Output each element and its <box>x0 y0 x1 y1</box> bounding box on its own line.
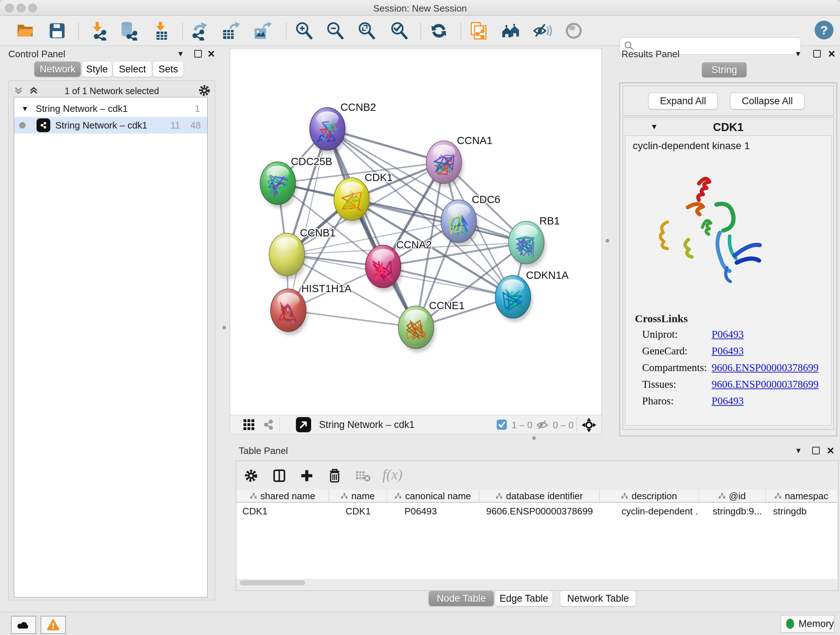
table-cell[interactable]: CDK1 <box>237 503 329 517</box>
hidden-eye-icon[interactable] <box>536 420 548 432</box>
hide-selected-eye-icon[interactable] <box>532 21 553 41</box>
maximize-panel-icon[interactable] <box>813 50 821 57</box>
network-edge[interactable] <box>327 129 416 327</box>
horizontal-scrollbar[interactable] <box>240 580 305 585</box>
tab-network-table[interactable]: Network Table <box>561 591 636 606</box>
network-node-CDC6[interactable] <box>441 200 477 242</box>
table-cell[interactable]: 9606.ENSP00000378699 <box>479 503 600 517</box>
network-node-CDC25B[interactable] <box>260 162 295 204</box>
tab-node-table[interactable]: Node Table <box>429 591 494 606</box>
close-panel-icon[interactable]: ✕ <box>207 49 215 60</box>
node-label: CCNE1 <box>429 300 464 311</box>
tab-style[interactable]: Style <box>82 62 112 77</box>
select-columns-icon[interactable] <box>272 469 286 484</box>
column-header[interactable]: description <box>600 490 699 502</box>
import-network-file-icon[interactable] <box>88 21 108 41</box>
save-session-icon[interactable] <box>47 21 67 41</box>
column-header[interactable]: database identifier <box>479 490 600 502</box>
network-name: String Network – cdk1 <box>55 120 147 131</box>
column-header[interactable]: canonical name <box>387 490 479 502</box>
network-node-CCNA1[interactable] <box>426 141 462 184</box>
network-node-RB1[interactable] <box>508 221 544 264</box>
fit-content-crosshair-icon[interactable] <box>582 418 596 434</box>
toolbar-separator <box>78 23 79 39</box>
add-column-icon[interactable] <box>300 469 314 484</box>
network-node-CCNE1[interactable] <box>398 306 434 348</box>
export-image-icon[interactable] <box>252 21 272 41</box>
network-collection-row[interactable]: ▼ String Network – cdk1 1 <box>14 100 207 117</box>
zoom-fit-icon[interactable] <box>356 21 377 41</box>
zoom-in-icon[interactable] <box>294 21 314 41</box>
gear-icon[interactable] <box>244 469 258 484</box>
import-table-file-icon[interactable] <box>151 21 172 41</box>
network-node-CCNB1[interactable] <box>269 233 305 276</box>
float-panel-icon[interactable]: ▾ <box>796 446 801 455</box>
crosslink-link[interactable]: 9606.ENSP00000378699 <box>712 378 819 395</box>
crosslink-link[interactable]: 9606.ENSP00000378699 <box>712 362 819 378</box>
vertical-splitter-grip[interactable] <box>606 239 609 242</box>
tab-select[interactable]: Select <box>113 62 152 77</box>
table-cell[interactable]: cyclin-dependent ... <box>600 503 699 517</box>
birds-eye-view-icon[interactable] <box>296 417 311 432</box>
tab-edge-table[interactable]: Edge Table <box>495 591 553 606</box>
column-header[interactable]: shared name <box>237 490 329 502</box>
gene-name: CDK1 <box>623 121 834 134</box>
network-node-HIST1H1A[interactable] <box>271 289 306 332</box>
network-edge[interactable] <box>352 199 526 242</box>
automation-cloud-button[interactable] <box>11 616 36 634</box>
export-network-icon[interactable] <box>189 21 210 41</box>
import-network-database-icon[interactable] <box>118 21 139 41</box>
memory-button[interactable]: Memory <box>781 615 834 632</box>
network-node-CCNA2[interactable] <box>365 245 401 288</box>
show-all-houses-icon[interactable] <box>500 21 521 41</box>
float-panel-icon[interactable]: ▾ <box>796 49 800 58</box>
delete-column-icon[interactable] <box>327 468 342 485</box>
grid-view-icon[interactable] <box>243 419 255 432</box>
export-table-icon[interactable] <box>220 21 240 41</box>
warnings-button[interactable] <box>41 616 66 634</box>
maximize-panel-icon[interactable] <box>194 50 202 57</box>
tab-string[interactable]: String <box>702 62 747 78</box>
column-header[interactable]: name <box>329 490 387 502</box>
apply-layout-icon[interactable] <box>429 21 449 41</box>
zoom-selected-icon[interactable] <box>389 21 409 41</box>
toolbar-separator <box>182 23 183 39</box>
gear-icon[interactable] <box>198 84 210 98</box>
preview-eye-icon[interactable] <box>564 21 584 41</box>
network-canvas[interactable]: CCNB2CCNA1CDC25BCDK1CDC6RB1CCNB1CCNA2CDK… <box>230 48 602 416</box>
tab-sets[interactable]: Sets <box>153 62 183 77</box>
network-row-selected[interactable]: String Network – cdk1 11 48 <box>14 117 207 134</box>
crosslink-link[interactable]: P06493 <box>712 328 744 345</box>
collapse-arrow-icon[interactable]: ▼ <box>21 105 28 113</box>
network-node-CDK1[interactable] <box>334 178 369 220</box>
network-node-CCNB2[interactable] <box>309 108 345 150</box>
clone-network-icon[interactable] <box>469 21 489 41</box>
table-cell[interactable]: CDK1 <box>329 503 387 517</box>
table-cell[interactable]: stringdb <box>766 503 837 517</box>
open-session-icon[interactable] <box>15 21 35 41</box>
network-list-icon[interactable] <box>263 419 274 432</box>
main-toolbar: ? <box>0 16 840 46</box>
column-header[interactable]: namespac <box>766 490 837 502</box>
tab-network[interactable]: Network <box>34 62 81 77</box>
footer-separator <box>576 417 577 432</box>
crosslink-row: GeneCard: P06493 <box>642 345 823 362</box>
collapse-all-button[interactable]: Collapse All <box>730 93 805 109</box>
float-panel-icon[interactable]: ▾ <box>178 49 183 58</box>
table-cell[interactable]: stringdb:9... <box>699 503 766 517</box>
vertical-splitter-grip[interactable] <box>223 326 226 329</box>
help-button[interactable]: ? <box>815 21 834 40</box>
zoom-out-icon[interactable] <box>325 21 345 41</box>
maximize-panel-icon[interactable] <box>812 447 820 454</box>
table-cell[interactable]: P06493 <box>387 503 479 517</box>
crosslink-link[interactable]: P06493 <box>712 345 744 362</box>
selected-checkbox-icon[interactable] <box>496 419 507 432</box>
crosslink-link[interactable]: P06493 <box>712 395 744 412</box>
close-panel-icon[interactable]: ✕ <box>827 445 835 456</box>
network-node-CDKN1A[interactable] <box>495 276 531 318</box>
expand-all-button[interactable]: Expand All <box>648 93 718 109</box>
column-header[interactable]: @id <box>699 490 766 502</box>
network-graph[interactable]: CCNB2CCNA1CDC25BCDK1CDC6RB1CCNB1CCNA2CDK… <box>230 49 602 415</box>
gene-description: cyclin-dependent kinase 1 <box>633 140 750 152</box>
close-panel-icon[interactable]: ✕ <box>828 49 836 60</box>
